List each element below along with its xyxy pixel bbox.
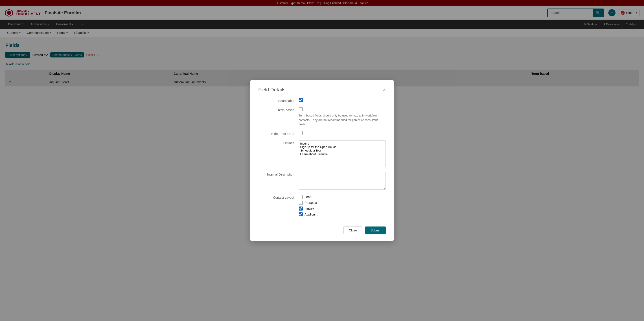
modal-title: Field Details bbox=[258, 87, 286, 92]
modal-header: Field Details × bbox=[258, 87, 386, 92]
field-details-modal: Field Details × Searchable Term-based Te… bbox=[250, 80, 394, 92]
modal-overlay: Field Details × Searchable Term-based Te… bbox=[0, 0, 644, 92]
modal-close-button[interactable]: × bbox=[383, 88, 386, 92]
